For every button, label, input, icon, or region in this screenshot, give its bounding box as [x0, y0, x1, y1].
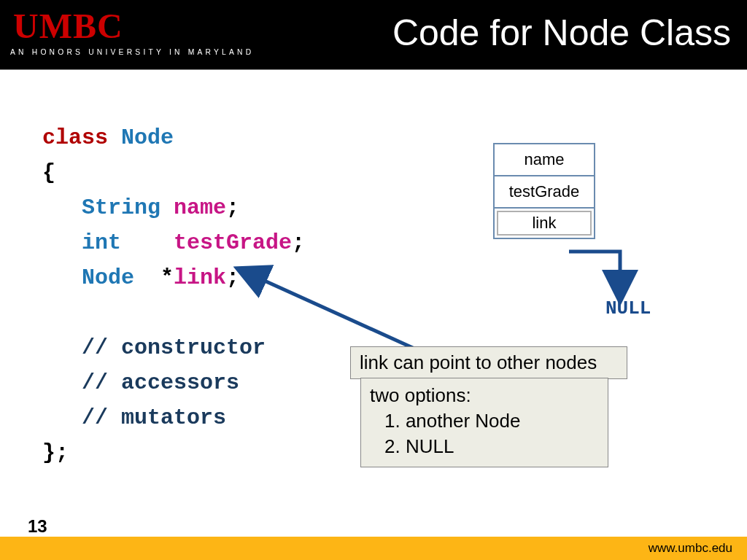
slide-header: UMBC AN HONORS UNIVERSITY IN MARYLAND Co… — [0, 0, 747, 70]
callout-options: two options: 1. another Node 2. NULL — [360, 378, 608, 467]
node-diagram: name testGrade link — [493, 143, 595, 239]
semi3: ; — [226, 265, 239, 290]
star: * — [160, 265, 174, 290]
umbc-logo: UMBC — [13, 6, 123, 46]
diagram-cell-name: name — [495, 144, 594, 176]
comment-constructor: // constructor — [82, 335, 266, 360]
comment-mutators: // mutators — [82, 405, 226, 430]
type-int: int — [82, 230, 121, 255]
null-label: NULL — [605, 298, 651, 319]
footer-url: www.umbc.edu — [649, 541, 732, 556]
semi1: ; — [226, 195, 239, 220]
svg-line-0 — [260, 279, 414, 349]
footer-bar — [0, 537, 747, 560]
type-node: Node — [121, 125, 174, 150]
diagram-cell-testgrade: testGrade — [495, 176, 594, 209]
logo-tagline: AN HONORS UNIVERSITY IN MARYLAND — [10, 48, 254, 56]
rbrace: }; — [42, 440, 69, 465]
type-string: String — [82, 195, 160, 220]
type-node-ptr: Node — [82, 265, 134, 290]
field-testgrade: testGrade — [174, 230, 292, 255]
semi2: ; — [292, 230, 305, 255]
option-2: 2. NULL — [370, 434, 599, 459]
keyword-class: class — [42, 125, 108, 150]
slide-title: Code for Node Class — [392, 12, 731, 54]
arrow-callout-to-link — [247, 270, 429, 357]
field-link: link — [174, 265, 226, 290]
slide-number: 13 — [28, 516, 47, 537]
callout-link-explain: link can point to other nodes — [350, 346, 627, 379]
option-1: 1. another Node — [370, 408, 599, 434]
diagram-cell-link-outer: link — [495, 211, 594, 236]
comment-accessors: // accessors — [82, 370, 239, 395]
field-name: name — [174, 195, 226, 220]
diagram-cell-link: link — [497, 211, 592, 236]
options-title: two options: — [370, 383, 599, 408]
lbrace: { — [42, 160, 55, 185]
logo-text: UMBC — [13, 7, 123, 45]
